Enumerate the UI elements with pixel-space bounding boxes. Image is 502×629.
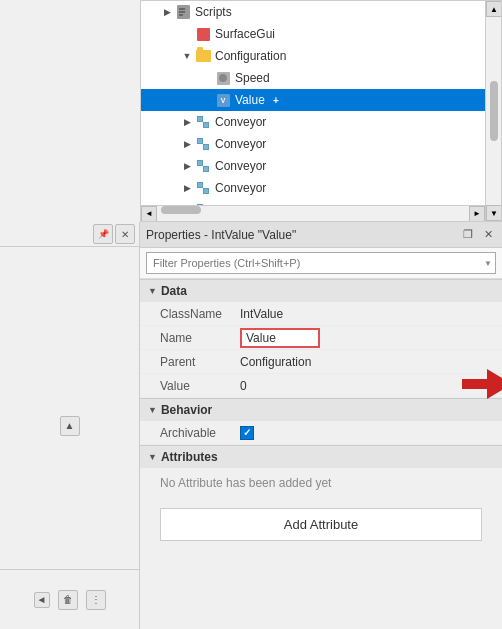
tree-item-label-conveyor1: Conveyor [215, 115, 266, 129]
tree-panel: ▶ ScriptsSurfaceGui▼ Configuration Speed… [140, 0, 502, 222]
tree-item-chevron-value [201, 94, 213, 106]
tree-item-chevron-configuration: ▼ [181, 50, 193, 62]
nav-up-btn[interactable]: ▲ [60, 416, 80, 436]
tree-item-icon-scripts [175, 4, 191, 20]
left-panel-top: 📌 ✕ [0, 222, 139, 247]
filter-input[interactable] [146, 252, 496, 274]
properties-title: Properties - IntValue "Value" [146, 228, 296, 242]
tree-section: ▶ ScriptsSurfaceGui▼ Configuration Speed… [0, 0, 502, 222]
no-attribute-text: No Attribute has been added yet [140, 468, 502, 498]
section-attributes-label: Attributes [161, 450, 218, 464]
prop-value-value: 0 [240, 379, 494, 393]
tree-item-chevron-speed [201, 72, 213, 84]
tree-item-icon-configuration [195, 48, 211, 64]
scroll-up-btn[interactable]: ▲ [486, 1, 502, 17]
checkbox-archivable[interactable]: ✓ [240, 426, 254, 440]
properties-panel: Properties - IntValue "Value" ❐ ✕ ▼ ▼ Da [140, 222, 502, 629]
tree-item-speed[interactable]: Speed [141, 67, 501, 89]
tree-item-label-scripts: Scripts [195, 5, 232, 19]
main-container: ▶ ScriptsSurfaceGui▼ Configuration Speed… [0, 0, 502, 629]
properties-content: ▼ Data ClassName IntValue Name Parent Co… [140, 279, 502, 629]
properties-titlebar: Properties - IntValue "Value" ❐ ✕ [140, 222, 502, 248]
tree-item-scripts[interactable]: ▶ Scripts [141, 1, 501, 23]
prop-input-name[interactable] [240, 328, 320, 348]
section-data-label: Data [161, 284, 187, 298]
tree-item-icon-conveyor3 [195, 158, 211, 174]
tree-item-label-conveyor3: Conveyor [215, 159, 266, 173]
tree-item-configuration[interactable]: ▼ Configuration [141, 45, 501, 67]
title-actions: ❐ ✕ [460, 227, 496, 243]
close-btn[interactable]: ✕ [480, 227, 496, 243]
plus-badge-value: + [269, 93, 283, 107]
section-attributes-chevron: ▼ [148, 452, 157, 462]
tree-item-icon-conveyor1 [195, 114, 211, 130]
filter-input-wrapper: ▼ [146, 252, 496, 274]
prop-row-classname: ClassName IntValue [140, 302, 502, 326]
tree-item-label-configuration: Configuration [215, 49, 286, 63]
tree-item-conveyor3[interactable]: ▶ Conveyor [141, 155, 501, 177]
left-panel: 📌 ✕ ▲ ◄ 🗑 ⋮ [0, 222, 140, 629]
tree-item-icon-value: V [215, 92, 231, 108]
tree-item-conveyor4[interactable]: ▶ Conveyor [141, 177, 501, 199]
scroll-thumb-v[interactable] [490, 81, 498, 141]
section-behavior-label: Behavior [161, 403, 212, 417]
tree-spacer [0, 0, 140, 222]
tree-item-chevron-conveyor4: ▶ [181, 182, 193, 194]
pin-btn[interactable]: 📌 [93, 224, 113, 244]
prop-row-archivable: Archivable ✓ [140, 421, 502, 445]
prop-label-name: Name [160, 331, 240, 345]
section-data-header[interactable]: ▼ Data [140, 279, 502, 302]
trash-btn[interactable]: 🗑 [58, 590, 78, 610]
tree-item-label-surfacegui: SurfaceGui [215, 27, 275, 41]
left-arrow-btn[interactable]: ◄ [34, 592, 50, 608]
tree-item-chevron-conveyor2: ▶ [181, 138, 193, 150]
prop-row-parent: Parent Configuration [140, 350, 502, 374]
tree-item-value[interactable]: VValue+ [141, 89, 501, 111]
section-behavior-chevron: ▼ [148, 405, 157, 415]
prop-value-classname: IntValue [240, 307, 494, 321]
tree-item-label-conveyor4: Conveyor [215, 181, 266, 195]
restore-btn[interactable]: ❐ [460, 227, 476, 243]
tree-item-icon-speed [215, 70, 231, 86]
checkbox-check-icon: ✓ [243, 427, 251, 438]
add-attribute-button[interactable]: Add Attribute [160, 508, 482, 541]
prop-label-value: Value [160, 379, 240, 393]
prop-label-classname: ClassName [160, 307, 240, 321]
section-attributes-header[interactable]: ▼ Attributes [140, 445, 502, 468]
tree-item-chevron-conveyor3: ▶ [181, 160, 193, 172]
vertical-scrollbar[interactable]: ▲ ▼ [485, 1, 501, 221]
tree-item-icon-surfacegui [195, 26, 211, 42]
scroll-left-btn[interactable]: ◄ [141, 206, 157, 222]
tree-item-icon-conveyor4 [195, 180, 211, 196]
tree-item-label-value: Value [235, 93, 265, 107]
tree-item-conveyor2[interactable]: ▶ Conveyor [141, 133, 501, 155]
tree-item-label-speed: Speed [235, 71, 270, 85]
prop-label-parent: Parent [160, 355, 240, 369]
tree-item-chevron-conveyor1: ▶ [181, 116, 193, 128]
tree-item-label-conveyor2: Conveyor [215, 137, 266, 151]
section-behavior-header[interactable]: ▼ Behavior [140, 398, 502, 421]
tree-item-surfacegui[interactable]: SurfaceGui [141, 23, 501, 45]
bottom-section: 📌 ✕ ▲ ◄ 🗑 ⋮ Properties - IntValue "Value… [0, 222, 502, 629]
horizontal-scrollbar[interactable]: ◄ ► [141, 205, 485, 221]
prop-label-archivable: Archivable [160, 426, 240, 440]
tree-item-chevron-surfacegui [181, 28, 193, 40]
filter-bar: ▼ [140, 248, 502, 279]
prop-value-parent: Configuration [240, 355, 494, 369]
scroll-down-btn[interactable]: ▼ [486, 205, 502, 221]
left-panel-bottom: ◄ 🗑 ⋮ [0, 569, 139, 629]
tree-item-chevron-scripts: ▶ [161, 6, 173, 18]
section-data-chevron: ▼ [148, 286, 157, 296]
tree-item-conveyor1[interactable]: ▶ Conveyor [141, 111, 501, 133]
scroll-right-btn[interactable]: ► [469, 206, 485, 222]
close-left-btn[interactable]: ✕ [115, 224, 135, 244]
filter-dropdown-icon: ▼ [484, 259, 492, 268]
tree-item-icon-conveyor2 [195, 136, 211, 152]
scroll-thumb-h[interactable] [161, 206, 201, 214]
more-btn[interactable]: ⋮ [86, 590, 106, 610]
prop-row-value: Value 0 [140, 374, 502, 398]
prop-row-name: Name [140, 326, 502, 350]
